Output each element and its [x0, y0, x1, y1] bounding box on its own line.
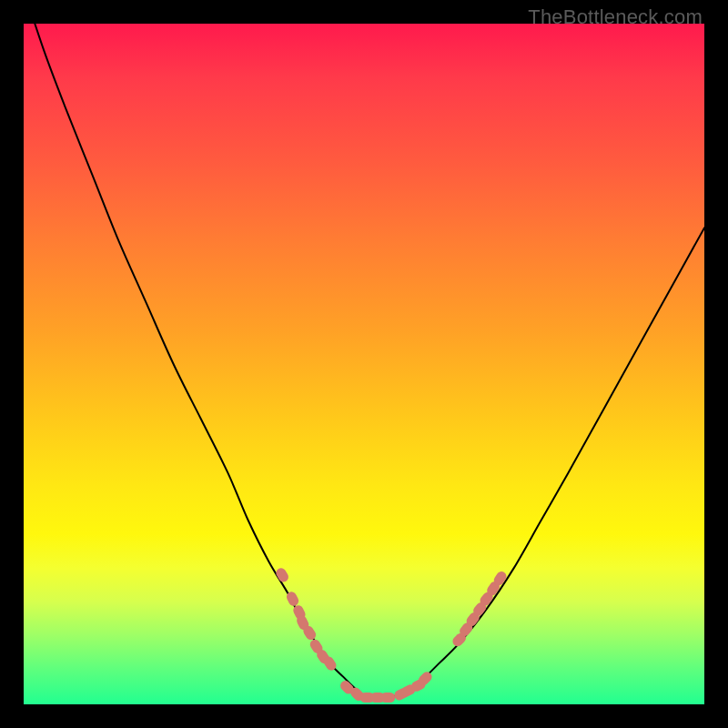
curve-group — [24, 0, 704, 698]
watermark-text: TheBottleneck.com — [528, 5, 703, 29]
chart-frame: TheBottleneck.com — [0, 0, 728, 728]
marker-group — [274, 566, 508, 703]
plot-area — [24, 24, 704, 704]
bottleneck-marker — [274, 566, 290, 583]
bottleneck-curve — [24, 0, 704, 698]
bottleneck-marker — [380, 693, 395, 703]
chart-svg — [24, 24, 704, 704]
